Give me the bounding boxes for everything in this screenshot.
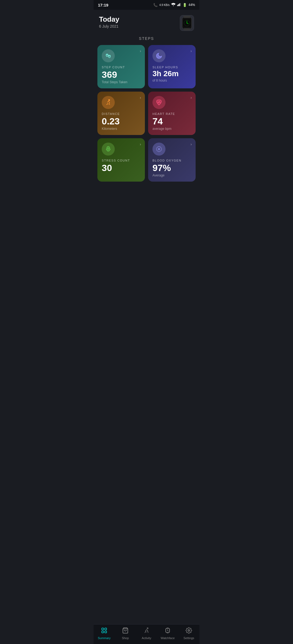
heart-rate-label: HEART RATE: [152, 112, 191, 115]
card-stress-count[interactable]: STRESS COUNT 30 ›: [97, 138, 145, 182]
heart-rate-icon: [155, 99, 163, 106]
card-distance[interactable]: DISTANCE 0.23 Kilometers ›: [97, 92, 145, 135]
svg-rect-3: [179, 3, 180, 6]
distance-value: 0.23: [102, 117, 141, 126]
blood-oxygen-value: 97%: [152, 163, 191, 172]
step-count-icon-circle: [102, 49, 115, 62]
stress-chevron: ›: [140, 142, 141, 146]
svg-point-9: [187, 23, 187, 24]
step-count-value: 369: [102, 70, 141, 79]
stress-count-label: STRESS COUNT: [102, 159, 141, 162]
status-time: 17:19: [98, 3, 108, 7]
svg-point-13: [107, 54, 108, 55]
heart-rate-icon-circle: [152, 96, 165, 109]
heart-rate-chevron: ›: [190, 95, 192, 100]
stress-icon-circle: [102, 143, 115, 156]
distance-label: DISTANCE: [102, 112, 141, 115]
sleep-chevron: ›: [190, 49, 192, 53]
page-subtitle: 6 July 2021: [99, 24, 119, 28]
sleep-hours-subtext: of 8 hours: [152, 79, 191, 82]
moon-icon: [155, 52, 163, 59]
card-sleep-hours[interactable]: SLEEP HOURS 3h 26m of 8 hours ›: [148, 45, 196, 88]
distance-chevron: ›: [140, 95, 141, 100]
svg-point-16: [109, 99, 110, 101]
call-icon: 📞: [153, 3, 158, 7]
svg-point-15: [110, 55, 110, 56]
svg-rect-4: [180, 3, 181, 6]
heart-rate-subtext: average bpm: [152, 127, 191, 131]
svg-point-14: [109, 55, 109, 56]
watch-face-display: [182, 17, 192, 29]
svg-rect-1: [178, 4, 179, 6]
watch-strap-bottom: [184, 28, 190, 30]
content-area: Today 6 July 2021 STEPS: [94, 10, 199, 203]
svg-point-20: [158, 148, 160, 150]
step-count-chevron: ›: [140, 49, 141, 53]
svg-line-27: [160, 147, 161, 148]
sleep-icon-circle: [152, 49, 165, 62]
heart-rate-value: 74: [152, 117, 191, 126]
card-heart-rate[interactable]: HEART RATE 74 average bpm ›: [148, 92, 196, 135]
page-title: Today: [99, 15, 119, 24]
svg-line-25: [157, 147, 158, 148]
svg-rect-2: [179, 4, 179, 6]
sleep-hours-value: 3h 26m: [152, 70, 191, 78]
card-blood-oxygen[interactable]: BLOOD OXYGEN 97% Average ›: [148, 138, 196, 182]
step-count-subtext: Total Steps Taken: [102, 80, 141, 84]
svg-line-28: [157, 150, 158, 151]
running-icon: [105, 99, 112, 106]
oxygen-icon-circle: [152, 143, 165, 156]
stress-count-value: 30: [102, 163, 141, 172]
cards-grid: STEP COUNT 369 Total Steps Taken › SLEEP…: [94, 45, 199, 182]
card-step-count[interactable]: STEP COUNT 369 Total Steps Taken ›: [97, 45, 145, 88]
header-text: Today 6 July 2021: [99, 15, 119, 28]
data-speed: 4.9 KB/s: [159, 4, 170, 7]
step-count-label: STEP COUNT: [102, 66, 141, 69]
battery-level: 44%: [189, 3, 195, 7]
status-icons: 📞 4.9 KB/s 🔋 44%: [153, 3, 195, 7]
oxygen-chevron: ›: [190, 142, 192, 146]
blood-oxygen-label: BLOOD OXYGEN: [152, 159, 191, 162]
header: Today 6 July 2021: [94, 10, 199, 34]
watch-widget[interactable]: [180, 15, 194, 31]
steps-section-label: STEPS: [94, 34, 199, 45]
watch-strap-top: [184, 16, 190, 18]
signal-icon: [177, 3, 181, 7]
svg-line-26: [160, 150, 161, 151]
wifi-icon: [171, 3, 176, 7]
footsteps-icon: [105, 52, 112, 59]
battery-icon: 🔋: [183, 3, 187, 7]
status-bar: 17:19 📞 4.9 KB/s 🔋 44%: [94, 0, 199, 10]
distance-subtext: Kilometers: [102, 127, 141, 131]
svg-rect-0: [177, 5, 178, 6]
blood-oxygen-subtext: Average: [152, 173, 191, 177]
svg-point-12: [106, 54, 107, 55]
distance-icon-circle: [102, 96, 115, 109]
watch-face-svg: [183, 19, 191, 27]
oxygen-icon: [155, 146, 163, 153]
brain-icon: [105, 146, 112, 153]
sleep-hours-label: SLEEP HOURS: [152, 66, 191, 69]
